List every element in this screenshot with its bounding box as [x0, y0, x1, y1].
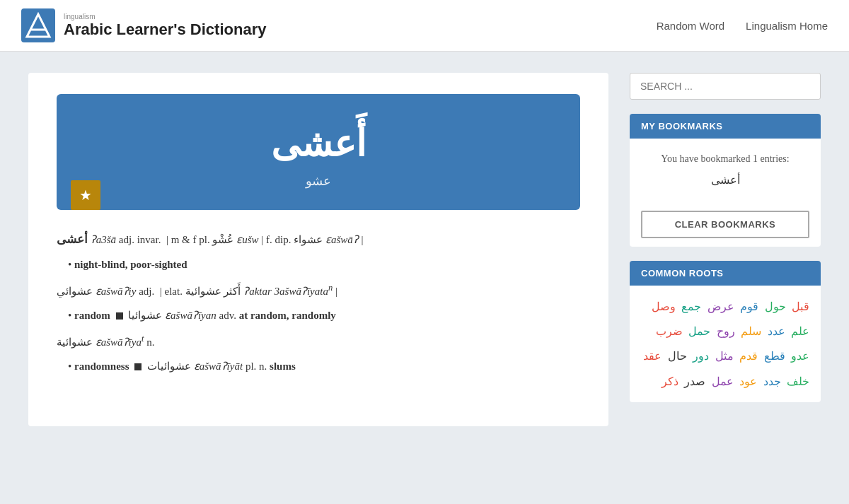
bookmark-button[interactable]: ★ [71, 180, 100, 210]
main-content: أَعشى عشو ★ أعشى ʔa3šā adj. invar. | m &… [28, 73, 608, 426]
bullet-2b-arabic: عشوائيا [128, 310, 162, 321]
entry-pl-arabic: عُشْو [212, 234, 233, 245]
root-word[interactable]: عود [737, 375, 757, 387]
bookmarks-text: You have bookmarked 1 entries: [641, 151, 809, 166]
entry-pl-trans: ɛušw [236, 234, 258, 245]
bookmarks-body: You have bookmarked 1 entries: أعشى [630, 139, 821, 199]
bullet-2b-pos: adv. [219, 310, 239, 321]
clear-bookmarks-button[interactable]: CLEAR BOOKMARKS [641, 211, 809, 238]
entry-word-2-arabic: عشوائي [57, 286, 93, 297]
bullet-3b-arabic: عشوائيات [147, 361, 191, 372]
root-word[interactable]: عمل [708, 375, 733, 387]
bullet-3b-def: slums [270, 361, 296, 372]
nav-lingualism-home[interactable]: Lingualism Home [746, 20, 828, 32]
bullet-3b-pos: pl. n. [246, 361, 270, 372]
site-nav: Random Word Lingualism Home [657, 20, 828, 32]
entry-trans-1: ʔa3šā adj. invar. | m & f pl. [91, 234, 213, 245]
word-root: عشو [306, 174, 331, 188]
root-word[interactable]: عقد [643, 350, 662, 362]
entry-elat-trans: ʔaktar 3ašwāʔīyatan [243, 286, 333, 297]
root-word[interactable]: ضرب [656, 325, 683, 337]
root-word[interactable]: حمل [686, 325, 710, 337]
bullet-2a-text: random [74, 310, 110, 321]
root-word[interactable]: سلم [738, 325, 761, 337]
logo-text-wrap: lingualism Arabic Learner's Dictionary [64, 13, 266, 39]
dictionary-entry: أعشى ʔa3šā adj. invar. | m & f pl. عُشْو… [57, 230, 580, 375]
word-card: أَعشى عشو ★ [57, 94, 580, 210]
root-word[interactable]: مثل [712, 350, 733, 362]
root-word[interactable]: وصل [652, 300, 676, 312]
root-word[interactable]: حال [664, 350, 686, 362]
word-arabic-main: أَعشى [71, 122, 566, 165]
bullet-1-text: night-blind, poor-sighted [74, 259, 187, 270]
root-word[interactable]: قبل [789, 300, 809, 312]
bookmarks-header: MY BOOKMARKS [630, 114, 821, 139]
site-header: lingualism Arabic Learner's Dictionary R… [0, 0, 849, 52]
nav-random-word[interactable]: Random Word [657, 20, 724, 32]
search-input[interactable] [630, 73, 821, 100]
root-word[interactable]: قطع [761, 350, 785, 362]
entry-f-trans: ɛašwāʔ [325, 234, 359, 245]
root-word[interactable]: روح [713, 325, 734, 337]
entry-word-3-trans: ɛašwāʔīyat [96, 336, 144, 348]
entry-f-label: | f. dip. [261, 234, 294, 245]
entry-elat-arabic: أَكثر عشوائية [185, 286, 241, 297]
bullet-3: • randomness عشوائيات ɛašwāʔīyāt pl. n. … [68, 358, 580, 376]
entry-pipe-2: | [335, 286, 337, 297]
logo-small: lingualism [64, 13, 266, 20]
entry-pipe-1: | [362, 234, 364, 245]
root-word[interactable]: جدد [760, 375, 780, 387]
bullet-2b-trans: ɛašwāʔīyan [165, 310, 216, 321]
bullet-3b-trans: ɛašwāʔīyāt [194, 361, 243, 372]
entry-line-2: عشوائي ɛašwāʔiy adj. | elat. أَكثر عشوائ… [57, 281, 580, 301]
bullet-3-sq [132, 361, 147, 372]
root-word[interactable]: عرض [704, 300, 734, 312]
root-word[interactable]: جمع [678, 300, 701, 312]
entry-line-1: أعشى ʔa3šā adj. invar. | m & f pl. عُشْو… [57, 230, 580, 250]
sidebar: MY BOOKMARKS You have bookmarked 1 entri… [630, 73, 821, 402]
roots-header: COMMON ROOTS [630, 261, 821, 286]
bookmarks-widget: MY BOOKMARKS You have bookmarked 1 entri… [630, 114, 821, 247]
entry-word-1: أعشى [57, 233, 88, 246]
bullet-2: • random عشوائيا ɛašwāʔīyan adv. at rand… [68, 307, 580, 325]
root-word[interactable]: حول [761, 300, 785, 312]
search-widget [630, 73, 821, 100]
bullet-3-text: randomness [74, 361, 129, 372]
bullet-2a-sq [113, 310, 129, 321]
entry-line3-pos: n. [146, 336, 154, 348]
entry-f-arabic: عشواء [294, 234, 323, 245]
bookmarked-word[interactable]: أعشى [641, 173, 809, 187]
entry-word-2-trans: ɛašwāʔiy [96, 286, 137, 297]
root-word[interactable]: عدد [764, 325, 785, 337]
root-word[interactable]: عدو [788, 350, 809, 362]
root-word[interactable]: علم [788, 325, 809, 337]
entry-line-3: عشوائية ɛašwāʔīyat n. [57, 332, 580, 352]
bullet-2b-def: at random, randomly [239, 310, 336, 321]
star-icon: ★ [79, 187, 92, 204]
roots-grid: قبل حول قوم عرض جمع وصل علم عدد سلم روح … [630, 286, 821, 402]
logo-area: lingualism Arabic Learner's Dictionary [21, 8, 266, 42]
root-word[interactable]: ذكر [662, 375, 678, 387]
root-word[interactable]: صدر [681, 375, 705, 387]
bullet-1: • night-blind, poor-sighted [68, 256, 580, 274]
root-word[interactable]: قدم [737, 350, 758, 362]
entry-word-3-arabic: عشوائية [57, 336, 93, 348]
logo-icon [21, 8, 55, 42]
root-word[interactable]: قوم [737, 300, 758, 312]
entry-line2-pos: adj. | elat. [139, 286, 185, 297]
logo-title: Arabic Learner's Dictionary [64, 20, 266, 39]
roots-widget: COMMON ROOTS قبل حول قوم عرض جمع وصل علم… [630, 261, 821, 402]
root-word[interactable]: دور [690, 350, 709, 362]
root-word[interactable]: خلف [784, 375, 809, 387]
page-container: أَعشى عشو ★ أعشى ʔa3šā adj. invar. | m &… [14, 52, 835, 447]
